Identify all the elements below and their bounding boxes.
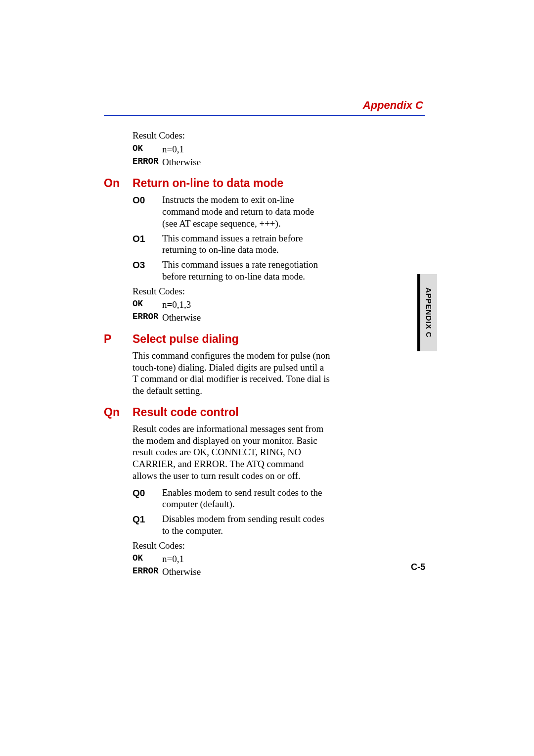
def-key-o3: O3 [133, 259, 162, 283]
paragraph: Result codes are informational messages … [133, 423, 330, 482]
section-body-qn: Result codes are informational messages … [133, 423, 330, 578]
section-key: On [104, 177, 133, 190]
side-tab-appendix: APPENDIX C [420, 274, 437, 351]
code-key-error: ERROR [133, 156, 162, 168]
def-row: Q1 Disables modem from sending result co… [133, 513, 330, 537]
def-text: Enables modem to send result codes to th… [162, 487, 330, 511]
code-val: Otherwise [162, 566, 201, 578]
code-val: Otherwise [162, 156, 201, 168]
code-val: Otherwise [162, 312, 201, 324]
def-text: This command issues a rate renegotiation… [162, 259, 330, 283]
code-val: n=0,1,3 [162, 299, 191, 311]
result-codes-label: Result Codes: [133, 130, 330, 142]
side-tab-label: APPENDIX C [425, 287, 433, 338]
code-row: OK n=0,1,3 [133, 299, 330, 311]
page-number: C-5 [411, 562, 425, 572]
def-key-o1: O1 [133, 233, 162, 256]
pre-section: Result Codes: OK n=0,1 ERROR Otherwise [133, 130, 330, 168]
code-row: OK n=0,1 [133, 143, 330, 155]
header-appendix-title: Appendix C [104, 99, 425, 112]
def-key-q0: Q0 [133, 487, 162, 511]
section-title: Select pulse dialing [133, 332, 239, 346]
section-title: Result code control [133, 406, 239, 419]
code-val: n=0,1 [162, 553, 184, 565]
code-row: ERROR Otherwise [133, 312, 330, 324]
code-key-ok: OK [133, 553, 162, 565]
page: Appendix C Result Codes: OK n=0,1 ERROR … [0, 0, 534, 756]
code-val: n=0,1 [162, 143, 184, 155]
section-heading-qn: Qn Result code control [104, 406, 425, 419]
section-title: Return on-line to data mode [133, 177, 283, 190]
section-heading-p: P Select pulse dialing [104, 332, 425, 346]
def-text: Instructs the modem to exit on-line comm… [162, 194, 330, 229]
code-row: ERROR Otherwise [133, 156, 330, 168]
section-heading-on: On Return on-line to data mode [104, 177, 425, 190]
def-text: This command issues a retrain before ret… [162, 233, 330, 256]
section-key: P [104, 332, 133, 346]
def-key-q1: Q1 [133, 513, 162, 537]
result-codes-label: Result Codes: [133, 540, 330, 552]
code-key-error: ERROR [133, 566, 162, 578]
def-row: O0 Instructs the modem to exit on-line c… [133, 194, 330, 229]
def-row: O3 This command issues a rate renegotiat… [133, 259, 330, 283]
def-row: O1 This command issues a retrain before … [133, 233, 330, 256]
code-key-ok: OK [133, 143, 162, 155]
paragraph: This command configures the modem for pu… [133, 350, 330, 397]
def-row: Q0 Enables modem to send result codes to… [133, 487, 330, 511]
code-key-error: ERROR [133, 312, 162, 324]
code-row: OK n=0,1 [133, 553, 330, 565]
code-key-ok: OK [133, 299, 162, 311]
def-key-o0: O0 [133, 194, 162, 229]
side-tab-bar [417, 274, 420, 351]
def-text: Disables modem from sending result codes… [162, 513, 330, 537]
section-body-p: This command configures the modem for pu… [133, 350, 330, 397]
code-row: ERROR Otherwise [133, 566, 330, 578]
result-codes-label: Result Codes: [133, 285, 330, 297]
section-body-on: O0 Instructs the modem to exit on-line c… [133, 194, 330, 324]
header-rule [104, 115, 425, 116]
section-key: Qn [104, 406, 133, 419]
